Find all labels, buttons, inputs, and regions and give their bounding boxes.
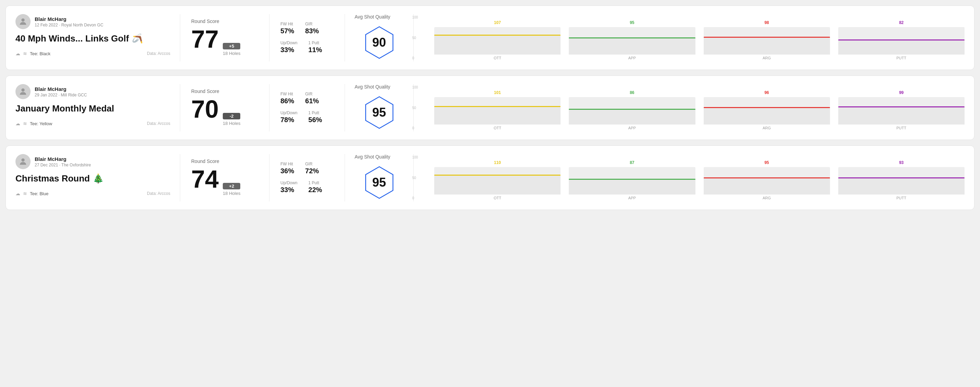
tee-label: Tee: Yellow [30,121,52,126]
bar-fill [838,178,964,195]
quality-label: Avg Shot Quality [355,84,390,90]
svg-point-0 [21,19,24,22]
bar-line [434,174,560,176]
score-section: Round Score 74 +2 18 Holes [180,154,269,201]
bar-group-app: 87 APP [569,160,695,200]
stats-row-bottom: Up/Down 33% 1 Putt 22% [280,181,334,194]
hex-score: 95 [372,175,386,190]
bar-fill [434,106,560,125]
cloud-icon: ☁ [16,121,20,126]
holes-label: 18 Holes [223,51,240,56]
bar-fill [704,37,830,54]
stats-row-top: FW Hit 36% GIR 72% [280,162,334,175]
bar-chart-container: 100 50 0 107 OTT [423,16,964,60]
fw-hit-label: FW Hit [280,22,294,26]
bar-label: APP [628,196,636,200]
bar-group-app: 86 APP [569,90,695,130]
bar-label: OTT [493,196,501,200]
round-title: 40 Mph Winds... Links Golf 🪃 [16,33,170,44]
updown-value: 78% [280,116,297,124]
bar-wrapper [704,167,830,195]
y-axis-labels: 100 50 0 [412,16,418,60]
quality-section: Avg Shot Quality 95 [345,154,414,201]
score-row: 77 +5 18 Holes [191,27,258,56]
gir-label: GIR [305,162,319,167]
bar-wrapper [704,97,830,125]
fw-hit-label: FW Hit [280,92,294,97]
gir-label: GIR [305,22,319,26]
holes-label: 18 Holes [223,191,240,196]
hexagon: 95 [362,94,396,132]
bottom-row: ☁ ≋ Tee: Yellow Data: Arccos [16,121,170,126]
bottom-row: ☁ ≋ Tee: Black Data: Arccos [16,51,170,56]
oneputt-value: 11% [308,46,322,54]
fw-hit-value: 36% [280,167,294,175]
score-badge: +5 [223,43,240,49]
bar-chart: 101 OTT 86 [434,86,964,130]
avatar [16,154,30,169]
bar-wrapper [434,167,560,195]
bar-line [569,179,695,180]
bar-label: PUTT [897,126,907,130]
bar-wrapper [569,167,695,195]
bar-label: PUTT [897,56,907,60]
updown-stat: Up/Down 33% [280,40,297,54]
chart-section: 100 50 0 110 OTT [414,154,964,201]
hex-score: 90 [372,35,386,50]
bar-value: 93 [899,160,904,165]
bar-label: ARG [763,126,771,130]
cloud-icon: ☁ [16,191,20,196]
user-info: Blair McHarg 12 Feb 2022 · Royal North D… [35,16,103,27]
bar-line [434,35,560,36]
quality-section: Avg Shot Quality 90 [345,14,414,62]
gir-stat: GIR 61% [305,92,319,105]
bar-line [569,109,695,110]
bar-fill [434,174,560,195]
gir-stat: GIR 72% [305,162,319,175]
user-meta: 27 Dec 2021 · The Oxfordshire [35,163,91,167]
round-card: Blair McHarg 29 Jan 2022 · Mill Ride GCC… [5,76,975,140]
bar-wrapper [704,27,830,54]
score-detail: -2 18 Holes [223,113,240,126]
updown-value: 33% [280,46,297,54]
updown-value: 33% [280,186,297,194]
title-emoji: 🪃 [132,33,143,44]
person-icon [18,157,28,167]
bar-fill [704,178,830,195]
hexagon: 90 [362,24,396,62]
score-section: Round Score 70 -2 18 Holes [180,84,269,132]
score-badge: -2 [223,113,240,119]
tee-info: ☁ ≋ Tee: Blue [16,191,48,196]
bar-fill [569,109,695,125]
bar-wrapper [838,27,964,54]
bar-line [838,178,964,178]
data-source: Data: Arccos [147,191,170,196]
bar-fill [569,179,695,195]
fw-hit-stat: FW Hit 57% [280,22,294,35]
bar-group-ott: 110 OTT [434,160,560,200]
big-score: 70 [191,97,219,121]
bar-group-app: 95 APP [569,20,695,60]
bar-chart-container: 100 50 0 110 OTT [423,155,964,200]
stats-section: FW Hit 57% GIR 83% Up/Down 33% 1 Putt [269,14,345,62]
stats-section: FW Hit 86% GIR 61% Up/Down 78% 1 Putt [269,84,345,132]
gir-value: 61% [305,97,319,105]
holes-label: 18 Holes [223,121,240,126]
bar-wrapper [434,27,560,54]
fw-hit-stat: FW Hit 36% [280,162,294,175]
bar-line [838,106,964,107]
bar-value: 101 [494,90,501,95]
hex-score: 95 [372,105,386,120]
big-score: 74 [191,167,219,192]
bar-value: 95 [630,20,634,25]
bar-wrapper [838,97,964,125]
round-card: Blair McHarg 27 Dec 2021 · The Oxfordshi… [5,146,975,210]
bar-fill [838,40,964,54]
left-section: Blair McHarg 12 Feb 2022 · Royal North D… [16,14,180,62]
oneputt-stat: 1 Putt 22% [308,181,322,194]
bar-value: 110 [494,160,501,165]
bar-fill [838,106,964,125]
bottom-row: ☁ ≋ Tee: Blue Data: Arccos [16,191,170,196]
oneputt-label: 1 Putt [308,111,322,115]
stats-row-bottom: Up/Down 78% 1 Putt 56% [280,111,334,124]
